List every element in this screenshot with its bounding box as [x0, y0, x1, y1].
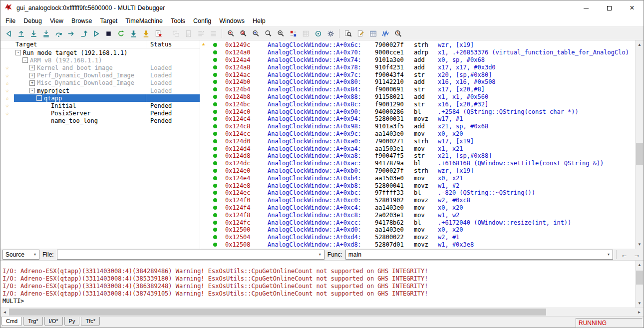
- menu-item[interactable]: Config: [189, 16, 215, 25]
- target-tree-row[interactable]: ☆ + Perf_Dynamic_Download_Image Loaded: [0, 72, 200, 79]
- view-calls-icon[interactable]: [250, 28, 262, 39]
- settings-gear-icon[interactable]: [324, 28, 336, 39]
- breakpoint-gutter[interactable]: [205, 80, 225, 84]
- disassembly-row[interactable]: 0x124c8 AnalogClockWindow::A+0x98: 9101a…: [205, 123, 635, 130]
- instruction-dot-icon[interactable]: [213, 228, 217, 232]
- breakpoint-gutter[interactable]: [205, 110, 225, 114]
- halt-icon[interactable]: [102, 28, 114, 39]
- breakpoint-gutter[interactable]: [205, 117, 225, 121]
- chevron-down-icon[interactable]: ▾: [31, 250, 39, 259]
- breakpoint-gutter[interactable]: [205, 228, 225, 232]
- restart-icon[interactable]: [115, 28, 127, 39]
- breakpoints-icon[interactable]: [287, 28, 299, 39]
- tree-node[interactable]: - Run mode target (192.168.1.1): [14, 49, 146, 56]
- disassembly-row[interactable]: 0x124e8 AnalogClockWindow::A+0xb8: 52800…: [205, 182, 635, 189]
- bookmark-star-icon[interactable]: ☆: [0, 65, 14, 70]
- tree-node[interactable]: + Kernel and boot image: [14, 64, 146, 71]
- target-tree-row[interactable]: ☆ PosixServer Pended: [0, 110, 200, 117]
- instruction-dot-icon[interactable]: [213, 110, 217, 114]
- disassembly-row[interactable]: 0x124fc AnalogClockWindow::A+0xcc: 94178…: [205, 219, 635, 226]
- console-tab[interactable]: Py: [64, 317, 80, 326]
- disassembly-row[interactable]: 0x124a0 AnalogClockWindow::A+0x70: 9000c…: [205, 49, 635, 56]
- breakpoint-gutter[interactable]: [205, 206, 225, 210]
- scroll-up-icon[interactable]: ▲: [636, 261, 644, 269]
- menu-item[interactable]: Help: [249, 16, 270, 25]
- target-tree-row[interactable]: - ARM v8 (192.168.1.1): [0, 56, 200, 64]
- maximize-button[interactable]: [598, 0, 621, 15]
- disassembly-row[interactable]: 0x124ac AnalogClockWindow::A+0x7c: f9004…: [205, 71, 635, 78]
- breakpoint-gutter[interactable]: [205, 184, 225, 188]
- breakpoint-gutter[interactable]: [205, 73, 225, 77]
- return-icon[interactable]: [77, 28, 89, 39]
- target-column-header[interactable]: Target: [14, 41, 146, 48]
- breakpoint-gutter[interactable]: [205, 50, 225, 54]
- tree-expander-icon[interactable]: -: [29, 88, 35, 93]
- menu-item[interactable]: File: [1, 16, 19, 25]
- instruction-dot-icon[interactable]: [213, 65, 217, 69]
- bookmark-star-icon[interactable]: ☆: [0, 73, 14, 78]
- disassembly-row[interactable]: 0x1249c AnalogClockWindow::A+0x6c: 79000…: [205, 41, 635, 49]
- step-asm-icon[interactable]: [40, 28, 52, 39]
- target-tree-row[interactable]: - Run mode target (192.168.1.1): [0, 49, 200, 56]
- file-combobox[interactable]: ▾: [57, 250, 324, 260]
- tree-expander-icon[interactable]: +: [29, 73, 35, 78]
- chevron-down-icon[interactable]: ▾: [316, 250, 324, 259]
- bookmark-star-icon[interactable]: ☆: [0, 80, 14, 86]
- disassembly-row[interactable]: 0x124d8 AnalogClockWindow::A+0xa8: f9004…: [205, 152, 635, 160]
- signal-trace-icon[interactable]: [379, 28, 391, 39]
- editor-icon[interactable]: [182, 28, 194, 39]
- tree-node[interactable]: PosixServer: [14, 110, 146, 117]
- goto-pc-icon[interactable]: [15, 28, 27, 39]
- instruction-dot-icon[interactable]: [213, 213, 217, 217]
- scrollbar-thumb[interactable]: [636, 143, 643, 165]
- instruction-dot-icon[interactable]: [213, 80, 217, 84]
- breakpoint-gutter[interactable]: [205, 87, 225, 91]
- bookmark-header-star-icon[interactable]: ★: [202, 40, 205, 47]
- instruction-dot-icon[interactable]: [213, 147, 217, 151]
- data-window-icon[interactable]: [207, 28, 219, 39]
- disassembly-row[interactable]: 0x124ec AnalogClockWindow::A+0xbc: 97fff…: [205, 189, 635, 197]
- breakpoint-gutter[interactable]: [205, 43, 225, 47]
- disassembly-row[interactable]: 0x124b8 AnalogClockWindow::A+0x88: 91158…: [205, 93, 635, 101]
- instruction-dot-icon[interactable]: [213, 243, 217, 247]
- target-tree-row[interactable]: ☆ - myproject Loaded: [0, 87, 200, 94]
- instruction-dot-icon[interactable]: [213, 73, 217, 77]
- menu-item[interactable]: Debug: [19, 16, 46, 25]
- tree-expander-icon[interactable]: -: [15, 50, 21, 55]
- breakpoint-gutter[interactable]: [205, 169, 225, 173]
- bookmark-star-icon[interactable]: ☆: [0, 88, 14, 93]
- reload-program-icon[interactable]: [140, 28, 152, 39]
- menu-item[interactable]: Target: [96, 16, 122, 25]
- breakpoint-gutter[interactable]: [205, 102, 225, 106]
- scroll-left-icon[interactable]: ◄: [0, 308, 9, 317]
- minimize-button[interactable]: [575, 0, 598, 15]
- target-tree-row[interactable]: ☆ + Kernel and boot image Loaded: [0, 64, 200, 71]
- disassembly-row[interactable]: 0x12504 AnalogClockWindow::A+0xd4: 52800…: [205, 234, 635, 241]
- func-combobox[interactable]: main ▾: [345, 250, 613, 260]
- download-icon[interactable]: [127, 28, 139, 39]
- tree-node[interactable]: Initial: [14, 102, 146, 109]
- scroll-up-icon[interactable]: ▲: [636, 40, 644, 49]
- console-scrollbar[interactable]: ▲ ▼: [635, 261, 644, 308]
- scroll-down-icon[interactable]: ▼: [636, 240, 644, 249]
- menu-item[interactable]: Tools: [167, 16, 189, 25]
- instruction-dot-icon[interactable]: [213, 176, 217, 180]
- breakpoint-gutter[interactable]: [205, 235, 225, 239]
- search-docs-icon[interactable]: [342, 28, 354, 39]
- console-tab[interactable]: I/O*: [44, 317, 63, 326]
- disassembly-row[interactable]: 0x12500 AnalogClockWindow::A+0xd0: aa140…: [205, 226, 635, 234]
- instruction-dot-icon[interactable]: [213, 206, 217, 210]
- breakpoint-gutter[interactable]: [205, 147, 225, 151]
- instruction-dot-icon[interactable]: [213, 139, 217, 143]
- target-tree-row[interactable]: name_too_long Pended: [0, 117, 200, 125]
- disassembly-row[interactable]: 0x124f0 AnalogClockWindow::A+0xc0: 52801…: [205, 197, 635, 204]
- scroll-down-icon[interactable]: ▼: [636, 299, 644, 308]
- breakpoint-gutter[interactable]: [205, 191, 225, 195]
- view-registers-icon[interactable]: [275, 28, 287, 39]
- disassembly-row[interactable]: 0x124e0 AnalogClockWindow::A+0xb0: 79000…: [205, 167, 635, 175]
- tree-node[interactable]: - myproject: [14, 87, 146, 94]
- tree-expander-icon[interactable]: +: [29, 65, 35, 70]
- tree-node[interactable]: + Perf_Dynamic_Download_Image: [14, 72, 146, 79]
- instruction-dot-icon[interactable]: [213, 87, 217, 91]
- breakpoint-gutter[interactable]: [205, 139, 225, 143]
